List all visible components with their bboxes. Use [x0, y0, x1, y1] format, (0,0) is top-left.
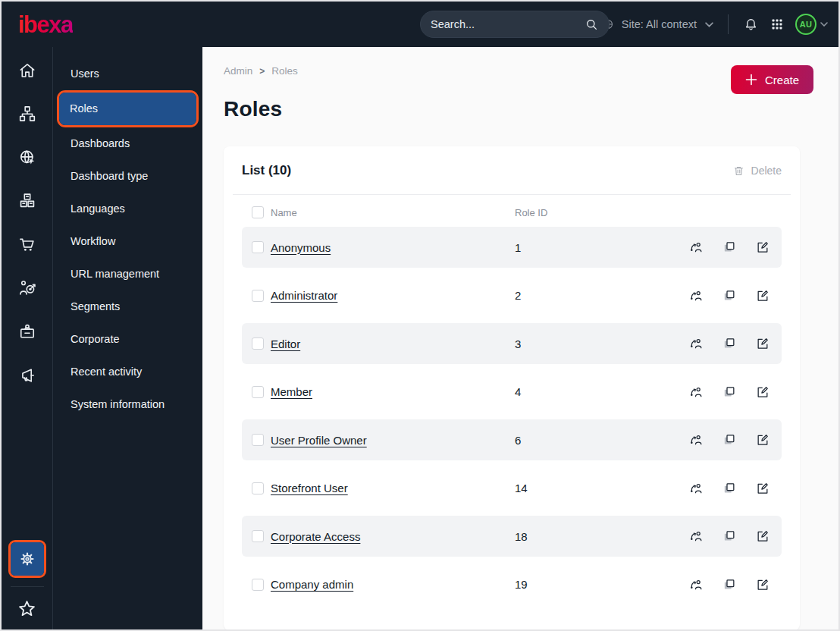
nav-admin-selected[interactable] [11, 542, 44, 576]
delete-button[interactable]: Delete [732, 165, 782, 177]
edit-icon[interactable] [755, 240, 770, 255]
row-checkbox[interactable] [252, 530, 264, 542]
search-input[interactable] [431, 18, 585, 30]
edit-icon[interactable] [755, 336, 770, 351]
menu-item-dashboards[interactable]: Dashboards [60, 127, 196, 160]
assign-user-icon[interactable] [688, 240, 704, 255]
role-name-link[interactable]: User Profile Owner [271, 434, 367, 447]
edit-icon[interactable] [755, 288, 770, 303]
table-row: User Profile Owner 6 [242, 419, 782, 460]
row-checkbox[interactable] [252, 386, 264, 398]
site-context-label: Site: All context [622, 18, 697, 30]
admin-submenu: Users Roles Dashboards Dashboard type La… [53, 47, 202, 629]
main-nav-rail [2, 47, 53, 629]
assign-user-icon[interactable] [688, 336, 704, 351]
nav-site[interactable] [2, 136, 52, 180]
nav-products[interactable] [2, 180, 52, 224]
menu-item-segments[interactable]: Segments [60, 290, 196, 323]
row-checkbox[interactable] [252, 337, 264, 350]
create-button[interactable]: Create [731, 65, 813, 94]
column-header-name: Name [271, 207, 515, 218]
search-icon[interactable] [585, 17, 599, 32]
nav-commerce[interactable] [2, 223, 52, 267]
menu-item-dashboard-type[interactable]: Dashboard type [60, 160, 196, 193]
row-checkbox[interactable] [252, 434, 264, 446]
copy-icon[interactable] [722, 481, 737, 496]
nav-dashboard[interactable] [2, 49, 52, 93]
edit-icon[interactable] [755, 481, 770, 496]
assign-user-icon[interactable] [688, 529, 704, 544]
edit-icon[interactable] [755, 432, 770, 447]
notifications-bell-icon[interactable] [743, 17, 759, 33]
role-name-link[interactable]: Anonymous [271, 241, 331, 254]
menu-item-url-management[interactable]: URL management [60, 258, 196, 290]
assign-user-icon[interactable] [688, 481, 704, 496]
copy-icon[interactable] [722, 240, 737, 255]
nav-content[interactable] [2, 93, 52, 137]
role-name-link[interactable]: Corporate Access [271, 530, 360, 543]
role-id-value: 2 [515, 289, 677, 302]
edit-icon[interactable] [755, 385, 770, 400]
nav-corporate[interactable] [2, 310, 52, 354]
edit-icon[interactable] [755, 529, 770, 544]
home-icon [17, 61, 37, 80]
role-name-link[interactable]: Storefront User [271, 482, 348, 494]
topbar: ibexa Site: All context [2, 2, 838, 47]
create-button-label: Create [765, 74, 799, 86]
ibexa-logo[interactable]: ibexa [2, 13, 73, 36]
role-name-link[interactable]: Editor [271, 337, 300, 350]
user-menu[interactable]: AU [795, 14, 828, 35]
menu-item-users[interactable]: Users [60, 58, 196, 90]
copy-icon[interactable] [722, 432, 737, 447]
nav-bookmarks[interactable] [17, 595, 37, 623]
edit-icon[interactable] [755, 577, 770, 592]
menu-item-languages[interactable]: Languages [60, 193, 196, 225]
copy-icon[interactable] [722, 336, 737, 351]
column-header-role-id: Role ID [515, 207, 677, 218]
badge-icon [17, 322, 37, 342]
role-name-link[interactable]: Company admin [271, 578, 353, 591]
row-checkbox[interactable] [252, 241, 264, 253]
site-context-selector[interactable]: Site: All context [601, 17, 713, 31]
menu-item-corporate[interactable]: Corporate [60, 323, 196, 356]
assign-user-icon[interactable] [688, 288, 704, 303]
cart-icon [17, 235, 37, 255]
sitemap-icon [17, 104, 37, 124]
nav-campaigns[interactable] [2, 354, 52, 398]
table-row: Anonymous 1 [242, 227, 782, 268]
breadcrumb-separator: > [259, 66, 265, 77]
role-name-link[interactable]: Member [271, 385, 312, 398]
row-checkbox[interactable] [252, 579, 264, 591]
menu-item-recent-activity[interactable]: Recent activity [60, 356, 196, 388]
breadcrumb-roles[interactable]: Roles [271, 65, 298, 77]
table-row: Member 4 [242, 372, 782, 413]
person-target-icon [17, 278, 37, 298]
main-content: Admin > Roles Roles Create List (10) [202, 47, 838, 629]
assign-user-icon[interactable] [688, 432, 704, 447]
chevron-down-icon [820, 22, 828, 27]
role-id-value: 4 [515, 385, 677, 398]
avatar[interactable]: AU [795, 14, 816, 35]
select-all-checkbox[interactable] [252, 206, 264, 218]
menu-item-roles-selected[interactable]: Roles [59, 93, 196, 125]
row-checkbox[interactable] [252, 482, 264, 494]
assign-user-icon[interactable] [688, 577, 704, 592]
menu-item-workflow[interactable]: Workflow [60, 225, 196, 258]
role-id-value: 6 [515, 434, 677, 447]
rail-divider [11, 586, 44, 587]
assign-user-icon[interactable] [688, 385, 704, 400]
copy-icon[interactable] [722, 385, 737, 400]
copy-icon[interactable] [722, 577, 737, 592]
roles-highlight-annotation: Roles [57, 90, 199, 127]
global-search[interactable] [420, 11, 610, 38]
row-checkbox[interactable] [252, 290, 264, 302]
role-name-link[interactable]: Administrator [271, 289, 337, 302]
breadcrumb-admin[interactable]: Admin [224, 65, 252, 77]
menu-item-system-information[interactable]: System information [60, 388, 196, 421]
app-grid-icon[interactable] [770, 17, 784, 31]
nav-personalization[interactable] [2, 267, 52, 311]
globe-cursor-icon [17, 148, 37, 168]
copy-icon[interactable] [722, 288, 737, 303]
copy-icon[interactable] [722, 529, 737, 544]
topbar-divider [728, 14, 729, 34]
